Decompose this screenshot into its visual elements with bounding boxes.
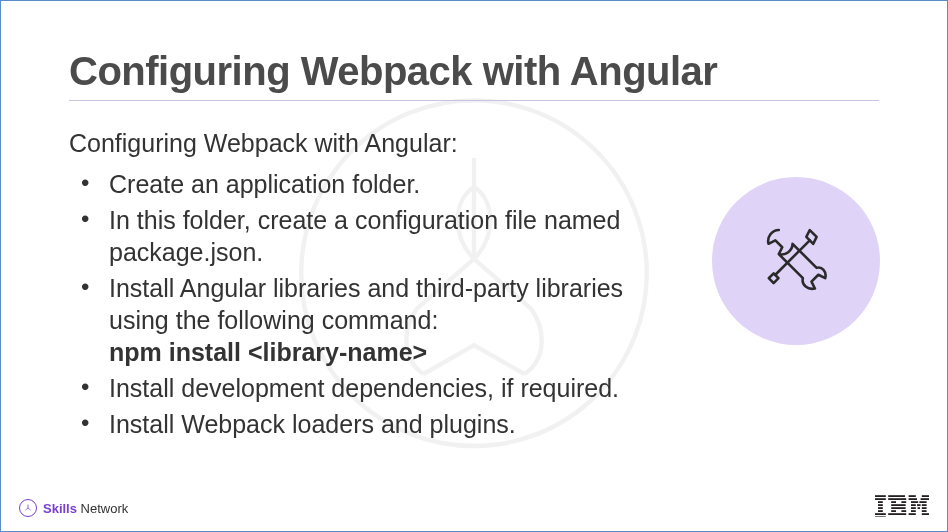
list-item: Create an application folder. (81, 168, 649, 200)
svg-rect-9 (875, 513, 886, 515)
intro-text: Configuring Webpack with Angular: (69, 129, 649, 158)
svg-rect-7 (878, 507, 883, 509)
svg-rect-25 (919, 501, 926, 503)
skills-network-logo: Skills Network (19, 499, 128, 517)
svg-rect-4 (875, 498, 886, 500)
icon-column (711, 129, 881, 345)
svg-rect-3 (875, 495, 886, 497)
content-row: Configuring Webpack with Angular: Create… (69, 129, 879, 444)
svg-rect-22 (909, 498, 917, 500)
svg-rect-10 (875, 516, 886, 517)
list-item: Install development dependencies, if req… (81, 372, 649, 404)
svg-rect-17 (891, 510, 896, 512)
footer: Skills Network (19, 495, 929, 521)
svg-rect-12 (888, 498, 906, 500)
tools-icon (712, 177, 880, 345)
skills-text: Skills Network (43, 501, 128, 516)
svg-rect-5 (878, 501, 883, 503)
svg-rect-18 (901, 510, 906, 512)
list-item: In this folder, create a configuration f… (81, 204, 649, 268)
svg-rect-31 (922, 507, 927, 509)
svg-rect-29 (911, 507, 916, 509)
svg-rect-8 (878, 510, 883, 512)
svg-rect-28 (922, 504, 927, 506)
svg-rect-15 (891, 504, 905, 506)
svg-rect-14 (901, 501, 906, 503)
svg-rect-6 (878, 504, 883, 506)
slide-content: Configuring Webpack with Angular Configu… (1, 1, 947, 531)
svg-rect-16 (891, 507, 905, 509)
svg-rect-24 (911, 501, 918, 503)
command-text: npm install <library-name> (109, 336, 649, 368)
svg-rect-19 (888, 513, 906, 515)
svg-rect-13 (891, 501, 896, 503)
svg-rect-33 (922, 510, 927, 512)
skills-badge-icon (19, 499, 37, 517)
svg-rect-35 (922, 513, 929, 515)
text-column: Configuring Webpack with Angular: Create… (69, 129, 649, 444)
svg-rect-30 (918, 507, 920, 509)
ibm-logo (875, 495, 929, 521)
list-item: Install Angular libraries and third-part… (81, 272, 649, 368)
bullet-list: Create an application folder. In this fo… (69, 168, 649, 440)
page-title: Configuring Webpack with Angular (69, 49, 879, 101)
list-item: Install Webpack loaders and plugins. (81, 408, 649, 440)
svg-rect-32 (911, 510, 916, 512)
svg-rect-34 (909, 513, 916, 515)
svg-rect-23 (921, 498, 929, 500)
svg-rect-21 (922, 495, 929, 497)
svg-rect-26 (911, 504, 916, 506)
svg-rect-27 (917, 504, 921, 506)
svg-rect-20 (909, 495, 916, 497)
svg-rect-11 (888, 495, 905, 497)
